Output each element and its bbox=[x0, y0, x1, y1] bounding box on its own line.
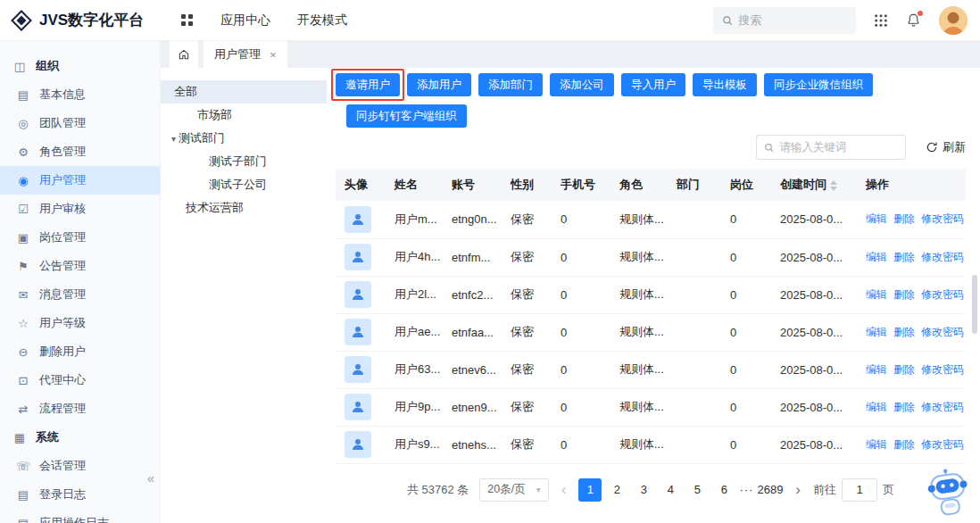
cell-post: 0 bbox=[721, 313, 771, 351]
delete-link[interactable]: 删除 bbox=[893, 438, 915, 451]
toolbar-button[interactable]: 添加部门 bbox=[478, 73, 543, 96]
toolbar-button[interactable]: 添加用户 bbox=[407, 73, 471, 96]
chevron-down-icon: ▾ bbox=[536, 485, 541, 494]
edit-link[interactable]: 编辑 bbox=[866, 288, 887, 301]
toolbar-button[interactable]: 导入用户 bbox=[621, 73, 685, 96]
page-list: 1 2 3 4 5 6 ··· 2689 bbox=[578, 478, 783, 502]
toolbar-button[interactable]: 同步钉钉客户端组织 bbox=[346, 104, 467, 128]
goto-page-input[interactable] bbox=[842, 478, 877, 502]
delete-link[interactable]: 删除 bbox=[893, 288, 915, 301]
sidebar-section-organization[interactable]: ◫ 组织 bbox=[0, 52, 160, 80]
table-scrollbar[interactable] bbox=[972, 275, 977, 334]
tab-user-management[interactable]: 用户管理 × bbox=[203, 41, 287, 68]
sidebar-item[interactable]: ▤ 基本信息 bbox=[0, 80, 160, 109]
sidebar-item[interactable]: ▣ 岗位管理 bbox=[0, 223, 160, 252]
cell-post: 0 bbox=[721, 201, 771, 238]
app-launcher-icon[interactable] bbox=[874, 13, 888, 28]
tree-node[interactable]: 测试子公司 bbox=[161, 173, 327, 196]
tree-node[interactable]: 市场部 bbox=[161, 104, 327, 127]
page-button[interactable]: 2 bbox=[605, 478, 628, 502]
delete-link[interactable]: 删除 bbox=[893, 401, 915, 413]
sidebar-item-label: 角色管理 bbox=[39, 144, 86, 160]
tree-node[interactable]: 全部 bbox=[161, 80, 327, 104]
edit-link[interactable]: 编辑 bbox=[866, 326, 887, 338]
global-search-input[interactable] bbox=[738, 13, 847, 27]
system-icon: ▦ bbox=[12, 431, 27, 444]
page-button[interactable]: 3 bbox=[632, 478, 655, 502]
sidebar-item[interactable]: ⚑ 公告管理 bbox=[0, 252, 160, 280]
tab-close-icon[interactable]: × bbox=[270, 48, 277, 62]
sidebar-item[interactable]: ☏ 会话管理 bbox=[0, 452, 160, 480]
change-password-link[interactable]: 修改密码 bbox=[921, 326, 964, 338]
sidebar-item[interactable]: ▤ 应用操作日志 bbox=[0, 509, 160, 523]
page-button[interactable]: 5 bbox=[685, 478, 709, 502]
last-page-button[interactable]: 2689 bbox=[757, 478, 783, 502]
nav-dev-mode[interactable]: 开发模式 bbox=[297, 12, 347, 29]
tree-node[interactable]: ▾ 测试部门 bbox=[161, 127, 327, 150]
user-avatar[interactable] bbox=[939, 6, 968, 35]
page-size-select[interactable]: 20条/页 ▾ bbox=[479, 478, 548, 502]
sidebar-item-label: 登录日志 bbox=[39, 486, 86, 502]
cell-name: 用户s9... bbox=[386, 426, 443, 463]
sidebar-item[interactable]: ⊡ 代理中心 bbox=[0, 366, 160, 394]
refresh-button[interactable]: 刷新 bbox=[926, 139, 966, 155]
column-label: 创建时间 bbox=[780, 178, 826, 191]
toolbar-button[interactable]: 添加公司 bbox=[550, 73, 614, 96]
delete-link[interactable]: 删除 bbox=[893, 326, 915, 338]
change-password-link[interactable]: 修改密码 bbox=[921, 401, 964, 413]
more-pages-button[interactable]: ··· bbox=[739, 483, 753, 496]
assistant-mascot[interactable] bbox=[921, 469, 976, 523]
edit-link[interactable]: 编辑 bbox=[866, 438, 887, 451]
change-password-link[interactable]: 修改密码 bbox=[921, 288, 964, 301]
prev-page-button[interactable]: ‹ bbox=[560, 482, 569, 497]
page-button[interactable]: 1 bbox=[578, 478, 602, 502]
cell-post: 0 bbox=[721, 351, 771, 388]
next-page-button[interactable]: › bbox=[793, 482, 802, 497]
sidebar-item[interactable]: ☑ 用户审核 bbox=[0, 195, 160, 223]
delete-link[interactable]: 删除 bbox=[893, 212, 915, 225]
change-password-link[interactable]: 修改密码 bbox=[921, 438, 964, 451]
tab-home[interactable] bbox=[170, 41, 198, 68]
delete-link[interactable]: 删除 bbox=[893, 363, 915, 376]
top-nav: 应用中心 开发模式 bbox=[180, 12, 347, 29]
page-button[interactable]: 4 bbox=[659, 478, 682, 502]
toolbar-button[interactable]: 导出模板 bbox=[693, 73, 757, 96]
sort-carets-icon[interactable] bbox=[830, 180, 837, 191]
nav-app-center[interactable]: 应用中心 bbox=[220, 12, 270, 29]
column-label: 岗位 bbox=[730, 178, 753, 191]
apps-grid-icon[interactable] bbox=[180, 13, 194, 27]
keyword-search[interactable] bbox=[756, 135, 906, 160]
toolbar-button[interactable]: 同步企业微信组织 bbox=[764, 73, 873, 96]
page-button[interactable]: 6 bbox=[712, 478, 735, 502]
sidebar-section-system[interactable]: ▦ 系统 bbox=[0, 423, 160, 452]
delete-link[interactable]: 删除 bbox=[893, 251, 915, 263]
change-password-link[interactable]: 修改密码 bbox=[921, 212, 964, 225]
sidebar-item[interactable]: ◎ 团队管理 bbox=[0, 109, 160, 137]
person-icon bbox=[350, 399, 366, 415]
logo-text: JVS数字化平台 bbox=[39, 10, 144, 30]
tree-node[interactable]: 测试子部门 bbox=[161, 150, 327, 173]
change-password-link[interactable]: 修改密码 bbox=[921, 363, 964, 376]
row-avatar bbox=[345, 394, 371, 420]
keyword-search-input[interactable] bbox=[779, 141, 898, 154]
change-password-link[interactable]: 修改密码 bbox=[921, 251, 964, 263]
sidebar-item[interactable]: ⊖ 删除用户 bbox=[0, 337, 160, 366]
sidebar-collapse-button[interactable]: « bbox=[147, 470, 154, 486]
edit-link[interactable]: 编辑 bbox=[866, 401, 887, 413]
sidebar-item[interactable]: ✉ 消息管理 bbox=[0, 280, 160, 309]
global-search[interactable] bbox=[713, 7, 856, 34]
sidebar-item[interactable]: ⇄ 流程管理 bbox=[0, 394, 160, 423]
cell-role: 规则体... bbox=[610, 276, 668, 313]
toolbar-button[interactable]: 邀请用户 bbox=[336, 73, 400, 96]
tree-node[interactable]: 技术运营部 bbox=[161, 196, 327, 220]
edit-link[interactable]: 编辑 bbox=[866, 363, 887, 376]
cell-account: etnfc2... bbox=[443, 276, 502, 313]
edit-link[interactable]: 编辑 bbox=[866, 212, 887, 225]
bell-icon[interactable] bbox=[906, 12, 921, 28]
sidebar-item[interactable]: ⚙ 角色管理 bbox=[0, 137, 160, 166]
sidebar-item[interactable]: ▤ 登录日志 bbox=[0, 480, 160, 509]
sidebar-item[interactable]: ☆ 用户等级 bbox=[0, 309, 160, 337]
sidebar-item[interactable]: ◉ 用户管理 bbox=[0, 166, 160, 195]
sidebar-item-icon: ▤ bbox=[16, 88, 30, 102]
edit-link[interactable]: 编辑 bbox=[866, 251, 887, 263]
